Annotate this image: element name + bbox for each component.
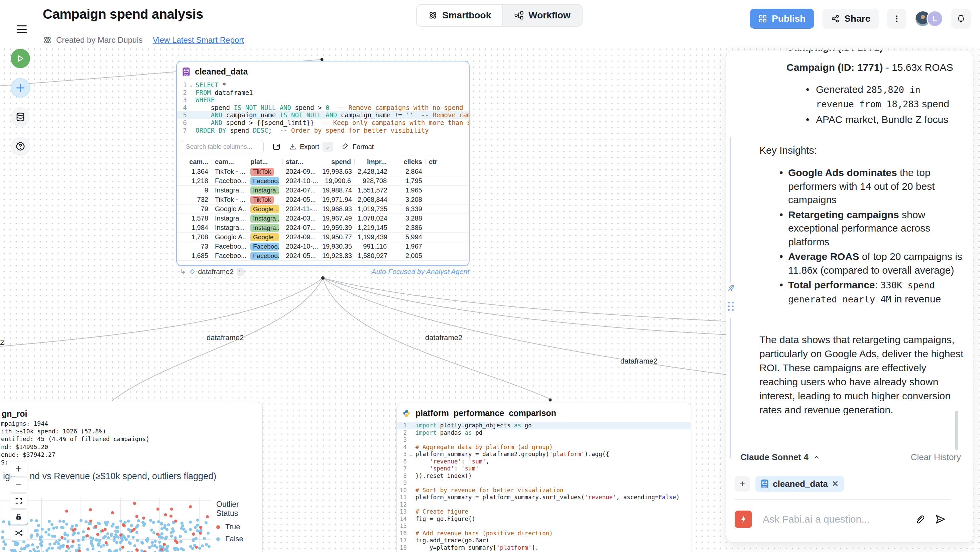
node-header: SQL cleaned_data: [177, 62, 469, 79]
run-workflow-button[interactable]: [11, 49, 30, 68]
table-row[interactable]: 73Faceboo...Faceboo...2024-10-...19,930.…: [177, 242, 469, 251]
tab-workflow[interactable]: Workflow: [503, 5, 582, 26]
column-header[interactable]: clicks: [390, 157, 425, 167]
help-icon: [15, 142, 25, 151]
table-row[interactable]: 79Google A...Google ...2024-11-...19,968…: [177, 205, 469, 214]
send-icon[interactable]: [935, 514, 946, 525]
python-code-editor[interactable]: 1import plotly.graph_objects as go2impor…: [397, 421, 691, 552]
avatar-group[interactable]: L: [915, 10, 943, 27]
context-chip-cleaned-data[interactable]: SQL cleaned_data ✕: [756, 476, 844, 492]
table-row[interactable]: 1,984Instagra...Instagra...2024-07...19,…: [177, 223, 469, 232]
scatter-plot[interactable]: [0, 488, 211, 552]
node-title: gn_roi: [2, 409, 27, 419]
avatar-letter: L: [926, 10, 943, 27]
platform-badge: Google ...: [250, 205, 279, 213]
menu-icon[interactable]: [17, 25, 27, 34]
column-header[interactable]: plat...: [247, 157, 282, 167]
export-label: Export: [300, 143, 319, 151]
export-button[interactable]: Export ⌄: [289, 142, 333, 152]
table-row[interactable]: 9Instagra...Instagra...2024-07...19,988.…: [177, 186, 469, 195]
output-arrow-icon: ↳: [180, 267, 186, 276]
lock-canvas-button[interactable]: [10, 509, 27, 525]
table-row[interactable]: 1,364TikTok - ...TikTok2024-09...19,993.…: [177, 167, 469, 177]
node-title: platform_performance_comparison: [415, 408, 556, 418]
key-insights-list: Google Ads dominates the top performers …: [788, 166, 969, 307]
platform-badge: Instagra...: [250, 186, 279, 194]
node-campaign-roi[interactable]: gn_roi mpaigns: 1944 ith ≥$10k spend: 10…: [0, 402, 263, 552]
next-page-button[interactable]: ›: [461, 264, 464, 266]
plus-icon: [15, 465, 23, 473]
add-node-button[interactable]: [11, 78, 30, 97]
view-report-link[interactable]: View Latest Smart Report: [153, 35, 244, 45]
bell-icon: [956, 14, 966, 23]
remove-context-icon[interactable]: ✕: [832, 479, 838, 488]
platform-badge: Instagra...: [250, 224, 279, 232]
model-name: Claude Sonnet 4: [740, 452, 808, 463]
panel-drag-handle[interactable]: [728, 302, 734, 311]
smartbook-atom-icon: [428, 11, 438, 20]
output-dataframe-label[interactable]: dataframe2: [198, 268, 233, 276]
legend-item-true[interactable]: True: [216, 523, 262, 531]
column-header[interactable]: cam...: [177, 157, 212, 167]
node-cleaned-data[interactable]: SQL cleaned_data 1⌄SELECT *2FROM datafra…: [176, 61, 469, 266]
model-selector[interactable]: Claude Sonnet 4: [740, 452, 820, 463]
format-button[interactable]: Format: [342, 143, 374, 151]
clear-history-button[interactable]: Clear History: [911, 452, 961, 463]
model-row: Claude Sonnet 4 Clear History: [740, 452, 961, 463]
database-icon: [15, 112, 25, 122]
column-header[interactable]: spend: [319, 157, 354, 167]
notifications-button[interactable]: [951, 9, 970, 29]
created-by: Created by Marc Dupuis: [56, 35, 143, 45]
expand-table-button[interactable]: [272, 143, 280, 151]
python-node-icon: [402, 409, 411, 418]
unpin-icon[interactable]: [727, 284, 736, 293]
zoom-in-button[interactable]: [10, 461, 27, 476]
export-options-button[interactable]: ⌄: [323, 142, 333, 152]
sql-code-editor[interactable]: 1⌄SELECT *2FROM dataframe13WHERE4 spend …: [177, 79, 469, 137]
fabi-logo: [735, 511, 752, 528]
result-table[interactable]: cam...cam...plat...star...spendimpr...cl…: [177, 157, 469, 261]
search-input[interactable]: [181, 140, 264, 153]
zoom-out-button[interactable]: [10, 477, 27, 493]
fit-view-button[interactable]: [10, 493, 27, 509]
more-options-button[interactable]: [887, 9, 907, 29]
ai-assistant-panel: Campaign (ID: 1771) Campaign (ID: 1771) …: [726, 50, 973, 542]
table-row[interactable]: 1,578Instagra...Instagra...2024-03...19,…: [177, 214, 469, 223]
tab-workflow-label: Workflow: [528, 10, 570, 21]
table-row[interactable]: 1,218Faceboo...Faceboo...2024-10-...19,9…: [177, 177, 469, 186]
lightning-icon: [738, 514, 748, 524]
table-row[interactable]: 1,685Faceboo...Faceboo...2024-05...19,92…: [177, 251, 469, 261]
clipped-message-line: Campaign (ID: 1771): [786, 51, 960, 54]
attach-icon[interactable]: [915, 514, 925, 525]
publish-button[interactable]: Publish: [750, 9, 814, 29]
view-toggle: Smartbook Workflow: [416, 4, 582, 27]
node-platform-performance-comparison[interactable]: platform_performance_comparison 1import …: [396, 402, 691, 552]
tab-smartbook[interactable]: Smartbook: [417, 5, 503, 26]
prev-page-button[interactable]: ‹: [402, 264, 406, 266]
legend-item-false[interactable]: False: [216, 535, 262, 543]
shuffle-layout-button[interactable]: [10, 525, 27, 541]
share-button[interactable]: Share: [822, 9, 879, 29]
platform-badge: Faceboo...: [250, 243, 279, 251]
chart-title: nd vs Revenue (≥$10k spend, outliers fla…: [30, 471, 216, 482]
message-accent-line: [730, 137, 731, 283]
format-icon: [342, 143, 349, 150]
table-row[interactable]: 732TikTok - ...TikTok2024-05...19,971.94…: [177, 195, 469, 205]
panel-scrollbar[interactable]: [955, 410, 958, 450]
column-header[interactable]: star...: [282, 157, 319, 167]
table-row[interactable]: 1,708Google A...Google ...2024-09...19,9…: [177, 232, 469, 242]
platform-badge: Instagra...: [250, 215, 279, 223]
output-drag-handle[interactable]: [237, 268, 243, 276]
column-header[interactable]: impr...: [354, 157, 390, 167]
data-sources-button[interactable]: [11, 107, 30, 127]
help-button[interactable]: [11, 137, 30, 156]
ask-question-input[interactable]: [763, 514, 907, 525]
smartbook-atom-icon: [43, 35, 52, 45]
column-header[interactable]: cam...: [212, 157, 247, 167]
add-context-button[interactable]: +: [735, 476, 750, 492]
page-indicator: Page 1 of 20: [414, 265, 452, 266]
record-count: In total 1,944 recordsⓘ: [182, 265, 249, 266]
sql-node-icon: SQL: [182, 67, 190, 76]
column-header[interactable]: ctr: [425, 157, 469, 167]
grip-dots-icon: [239, 269, 242, 274]
